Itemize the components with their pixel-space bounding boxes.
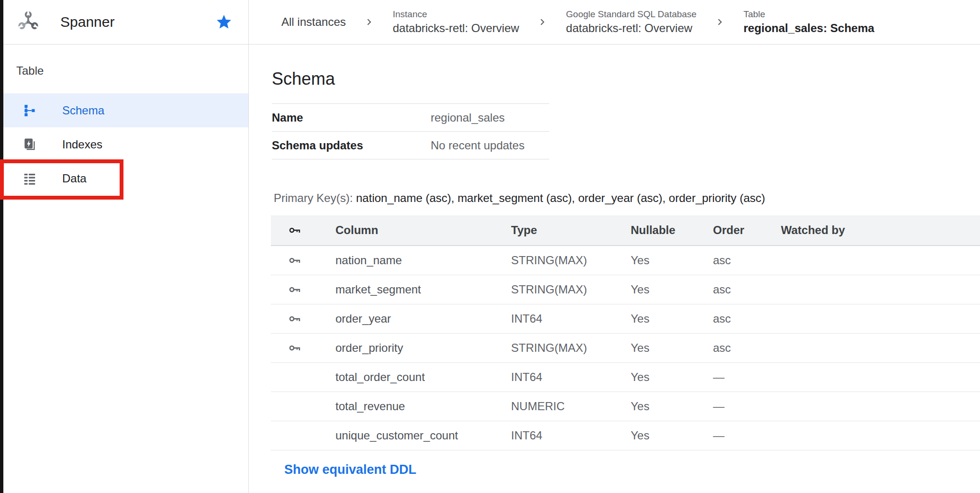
column-header-type: Type [511, 224, 631, 237]
key-icon [288, 312, 301, 325]
cell-type: STRING(MAX) [511, 254, 631, 267]
spanner-logo-icon [16, 10, 40, 34]
spanner-schema-page: Spanner All instances Instance databrick… [0, 0, 980, 493]
detail-row-schema-updates: Schema updates No recent updates [272, 131, 549, 159]
cell-nullable: Yes [631, 283, 713, 296]
sidebar-item-label: Indexes [62, 138, 102, 151]
chevron-right-icon [536, 16, 549, 28]
sidebar-item-label: Schema [62, 104, 104, 117]
table-row: nation_name STRING(MAX) Yes asc [271, 246, 980, 275]
cell-column: unique_customer_count [335, 429, 511, 442]
table-header-key-cell [271, 224, 335, 237]
sidebar-item-schema[interactable]: Schema [0, 93, 248, 127]
key-icon [288, 254, 301, 267]
column-header-order: Order [713, 224, 781, 237]
page-title: Schema [272, 69, 335, 89]
table-row: total_revenue NUMERIC Yes — [271, 392, 980, 421]
key-icon [288, 283, 301, 296]
column-header-column: Column [335, 224, 511, 237]
cell-order: asc [713, 312, 781, 325]
cell-nullable: Yes [631, 312, 713, 325]
column-header-nullable: Nullable [631, 224, 713, 237]
left-edge-strip [0, 0, 3, 493]
cell-order: — [713, 429, 781, 442]
cell-order: asc [713, 283, 781, 296]
detail-value: regional_sales [431, 111, 505, 124]
sidebar-content-divider [248, 0, 249, 493]
cell-column: market_segment [335, 283, 511, 296]
column-header-watched-by: Watched by [781, 224, 980, 237]
red-annotation-box [0, 159, 123, 200]
key-icon [288, 341, 301, 355]
cell-nullable: Yes [631, 429, 713, 442]
top-header: Spanner All instances Instance databrick… [0, 0, 980, 45]
cell-nullable: Yes [631, 254, 713, 267]
key-icon [288, 224, 301, 237]
product-name: Spanner [60, 0, 114, 44]
table-header-row: Column Type Nullable Order Watched by [271, 215, 980, 246]
table-row: order_year INT64 Yes asc [271, 304, 980, 334]
cell-nullable: Yes [631, 370, 713, 384]
breadcrumb-database[interactable]: Google Standard SQL Database databricks-… [566, 9, 697, 35]
cell-type: NUMERIC [511, 400, 631, 413]
cell-order: — [713, 400, 781, 413]
cell-column: order_year [335, 312, 511, 325]
primary-keys-label: Primary Key(s): [274, 191, 353, 204]
cell-type: INT64 [511, 370, 631, 384]
cell-type: STRING(MAX) [511, 341, 631, 355]
breadcrumb-table-current: Table regional_sales: Schema [744, 9, 874, 35]
chevron-right-icon [714, 16, 726, 28]
cell-nullable: Yes [631, 400, 713, 413]
detail-label: Schema updates [272, 139, 431, 152]
table-row: total_order_count INT64 Yes — [271, 363, 980, 392]
sidebar-item-indexes[interactable]: Indexes [0, 127, 248, 161]
cell-order: asc [713, 254, 781, 267]
detail-label: Name [272, 111, 431, 124]
indexes-icon [22, 137, 37, 152]
cell-order: — [713, 370, 781, 384]
table-row: market_segment STRING(MAX) Yes asc [271, 275, 980, 304]
breadcrumb-all-instances[interactable]: All instances [281, 15, 346, 29]
cell-column: total_revenue [335, 400, 511, 413]
sidebar-section-title: Table [16, 64, 44, 78]
cell-column: order_priority [335, 341, 511, 355]
schema-columns-table: Column Type Nullable Order Watched by na… [271, 215, 980, 450]
cell-column: total_order_count [335, 370, 511, 384]
table-row: unique_customer_count INT64 Yes — [271, 421, 980, 450]
primary-keys-line: Primary Key(s): nation_name (asc), marke… [274, 191, 765, 205]
cell-order: asc [713, 341, 781, 355]
detail-value: No recent updates [431, 139, 524, 152]
details-table: Name regional_sales Schema updates No re… [272, 103, 549, 159]
schema-icon [22, 103, 37, 118]
breadcrumb: All instances Instance databricks-retl: … [249, 0, 980, 44]
show-equivalent-ddl-link[interactable]: Show equivalent DDL [284, 462, 416, 477]
cell-type: INT64 [511, 312, 631, 325]
favorite-star-icon[interactable] [215, 13, 233, 31]
cell-nullable: Yes [631, 341, 713, 355]
cell-column: nation_name [335, 254, 511, 267]
primary-keys-value: nation_name (asc), market_segment (asc),… [356, 191, 765, 204]
detail-row-name: Name regional_sales [272, 103, 549, 131]
sidebar: Table Schema [0, 45, 248, 493]
cell-type: STRING(MAX) [511, 283, 631, 296]
cell-type: INT64 [511, 429, 631, 442]
breadcrumb-instance[interactable]: Instance databricks-retl: Overview [393, 9, 519, 35]
chevron-right-icon [363, 16, 376, 28]
table-row: order_priority STRING(MAX) Yes asc [271, 334, 980, 363]
main-content: Schema Name regional_sales Schema update… [249, 45, 980, 493]
